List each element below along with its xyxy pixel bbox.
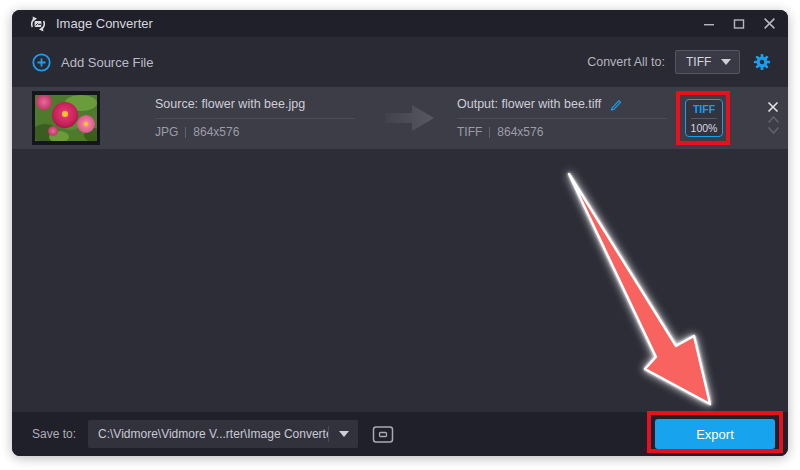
add-source-file-label: Add Source File [61,55,154,70]
plus-circle-icon [32,53,51,72]
x-icon [767,101,779,113]
format-selected-value: TIFF [686,55,711,69]
source-thumbnail[interactable] [32,91,100,145]
badge-format-label: TIFF [693,103,715,118]
convert-all-format-dropdown[interactable]: TIFF [675,50,740,74]
rename-output-button[interactable] [609,97,623,111]
output-info: Output: flower with bee.tiff TIFF 864x57… [457,97,667,139]
save-to-label: Save to: [32,427,76,441]
folder-icon [372,425,394,444]
close-icon [763,17,776,30]
toolbar-right: Convert All to: TIFF [587,50,772,74]
gear-icon [753,53,771,71]
app-logo-icon [28,14,48,34]
file-row[interactable]: Source: flower with bee.jpg JPG 864x576 … [12,87,788,149]
output-format: TIFF [457,125,482,139]
save-path-select[interactable]: C:\Vidmore\Vidmore V...rter\Image Conver… [88,420,358,448]
maximize-button[interactable] [732,17,746,31]
file-row-controls [765,101,781,135]
source-title: Source: flower with bee.jpg [155,97,355,118]
output-title: Output: flower with bee.tiff [457,97,601,111]
close-button[interactable] [762,17,776,31]
file-list-empty-area [12,149,788,412]
settings-button[interactable] [752,52,772,72]
output-title-line: Output: flower with bee.tiff [457,97,667,118]
flower-photo-image [35,95,97,141]
output-format-badge[interactable]: TIFF 100% [685,99,723,137]
remove-file-button[interactable] [767,101,779,113]
minimize-icon [703,18,715,30]
toolbar: Add Source File Convert All to: TIFF [12,37,788,87]
meta-divider [185,127,186,138]
footer-bar: Save to: C:\Vidmore\Vidmore V...rter\Ima… [12,412,788,456]
screenshot-stage: Image Converter Add Source F [0,0,800,470]
source-format: JPG [155,125,178,139]
source-info: Source: flower with bee.jpg JPG 864x576 [155,97,355,139]
output-meta: TIFF 864x576 [457,118,667,139]
chevron-down-icon [767,126,780,135]
arrow-right-icon [385,103,435,133]
minimize-button[interactable] [702,17,716,31]
caret-down-icon [721,59,731,65]
convert-all-to-label: Convert All to: [587,55,665,69]
source-meta: JPG 864x576 [155,118,355,139]
chevron-up-icon [767,115,780,124]
window-title: Image Converter [56,16,153,31]
maximize-icon [733,18,745,30]
save-path-caret-cell[interactable] [328,426,358,442]
move-up-button[interactable] [767,115,780,124]
badge-quality-label: 100% [691,119,718,134]
caret-down-icon [339,431,349,437]
app-window: Image Converter Add Source F [12,10,788,456]
save-path-value: C:\Vidmore\Vidmore V...rter\Image Conver… [88,427,328,441]
source-dimensions: 864x576 [193,125,239,139]
title-bar: Image Converter [12,10,788,37]
browse-folder-button[interactable] [370,422,396,446]
move-down-button[interactable] [767,126,780,135]
export-button[interactable]: Export [655,419,775,449]
meta-divider [489,127,490,138]
pencil-icon [609,97,623,111]
output-dimensions: 864x576 [497,125,543,139]
window-controls [702,17,776,31]
add-source-file-button[interactable]: Add Source File [32,53,154,72]
